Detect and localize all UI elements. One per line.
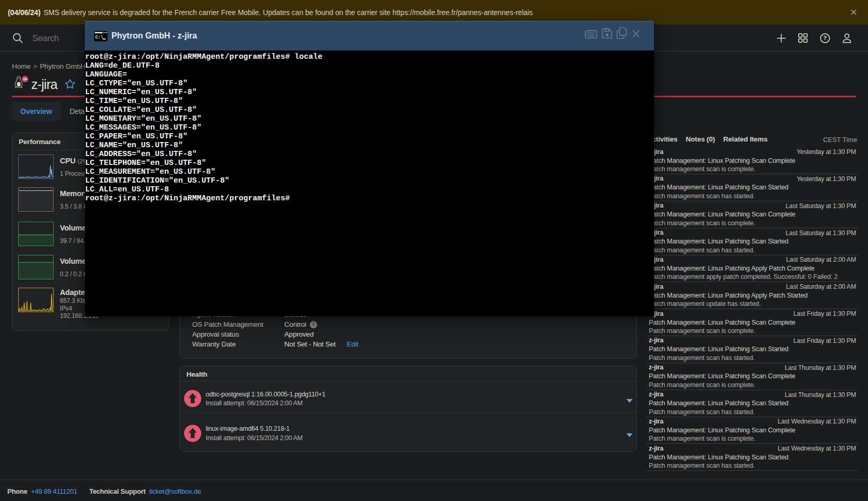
breadcrumb-home[interactable]: Home [12, 62, 31, 70]
activity-entry[interactable]: z-jiraLast Wednesday at 1:30 PMPatch Man… [646, 444, 858, 471]
user-icon[interactable] [842, 33, 851, 43]
field-value: Not Set - Not Set [284, 340, 336, 348]
entry-subtitle: Patch management scan is complete. [649, 381, 756, 389]
activity-entry[interactable]: z-jiraLast Wednesday at 1:30 PMPatch Man… [646, 417, 858, 444]
health-title: Health [186, 370, 207, 378]
save-icon[interactable] [602, 28, 612, 38]
favorite-star-icon[interactable] [65, 79, 76, 89]
metric-name: Memory [60, 189, 88, 198]
phone-link[interactable]: +49 89 4111201 [31, 487, 77, 495]
activity-entry[interactable]: z-jiraLast Saturday at 1:30 PMPatch Mana… [646, 201, 858, 228]
entry-title: Patch Management: Linux Patching Apply P… [649, 292, 808, 299]
breadcrumb-separator: > [33, 62, 37, 70]
entry-time: Last Saturday at 2:00 AM [786, 256, 856, 263]
entry-time: Last Saturday at 2:00 AM [786, 283, 856, 290]
activity-entry[interactable]: z-jiraYesterday at 1:30 PMPatch Manageme… [646, 174, 858, 201]
entry-time: Last Saturday at 1:30 PM [786, 229, 856, 237]
entry-time: Last Friday at 1:30 PM [794, 310, 856, 317]
activity-entry[interactable]: z-jiraLast Friday at 1:30 PMPatch Manage… [646, 336, 858, 363]
breadcrumb: Home>Phytron GmbH [12, 62, 86, 70]
patch-failed-icon [184, 390, 202, 407]
edit-warranty-link[interactable]: Edit [347, 340, 358, 348]
entry-device: z-jira [649, 445, 663, 452]
entry-subtitle: Patch management scan has started. [649, 354, 754, 362]
entry-time: Last Wednesday at 1:30 PM [777, 418, 856, 425]
activity-entry[interactable]: z-jiraLast Saturday at 2:00 AMPatch Mana… [646, 255, 858, 282]
search-icon [12, 33, 23, 43]
info-icon[interactable]: i [310, 321, 317, 328]
entry-title: Patch Management: Linux Patching Scan Co… [649, 372, 795, 380]
sparkline-chart [18, 288, 54, 312]
banner-text: (04/06/24)SMS delivery service is degrad… [8, 8, 533, 17]
sparkline-chart [18, 187, 54, 212]
phone-label: Phone [7, 487, 27, 495]
field-value: Controli [284, 320, 317, 328]
activity-entry[interactable]: z-jiraYesterday at 1:30 PMPatch Manageme… [646, 147, 858, 174]
health-item-title: linux-image-amd64 5.10.218-1 [206, 425, 290, 432]
device-name: z-jira [31, 77, 57, 92]
health-item: odbc-postgresql 1:16.00.0005-1.pgdg110+1… [180, 385, 636, 417]
entry-time: Last Thursday at 1:30 PM [785, 364, 856, 371]
health-item-title: odbc-postgresql 1:16.00.0005-1.pgdg110+1 [206, 391, 325, 398]
entry-title: Patch Management: Linux Patching Scan Co… [649, 319, 795, 326]
field-label: OS Patch Management [192, 320, 263, 328]
health-panel: Health odbc-postgresql 1:16.00.0005-1.pg… [180, 366, 637, 452]
page: (04/06/24)SMS delivery service is degrad… [0, 0, 868, 501]
patch-failed-icon [184, 425, 202, 442]
global-search[interactable]: Search [12, 30, 59, 46]
help-glyph: ? [823, 35, 826, 41]
metric-name: Adapter [60, 288, 87, 297]
field-value: Approved [284, 330, 313, 338]
entry-subtitle: Patch management scan has started. [649, 462, 754, 469]
entry-time: Yesterday at 1:30 PM [797, 175, 856, 183]
terminal-output: root@z-jira:/opt/NinjaRMMAgent/programfi… [85, 50, 654, 203]
remote-terminal-window: C:\ Phytron GmbH - z-jira [85, 21, 654, 316]
keyboard-icon[interactable] [585, 30, 597, 38]
banner-message: SMS delivery service is degraded for the… [44, 8, 533, 17]
entry-title: Patch Management: Linux Patching Scan Co… [649, 427, 795, 434]
expand-caret-icon[interactable] [626, 433, 633, 437]
entry-time: Last Saturday at 1:30 PM [786, 202, 856, 210]
entry-subtitle: Patch management apply patch completed. … [649, 273, 838, 280]
field-label: Approval status [192, 330, 239, 338]
sparkline-chart [18, 222, 54, 246]
activity-entry[interactable]: z-jiraLast Thursday at 1:30 PMPatch Mana… [646, 363, 858, 390]
health-item-subtitle: Install attempt: 06/15/2024 2:00 AM [206, 434, 303, 442]
add-icon[interactable] [777, 34, 786, 43]
entry-device: z-jira [649, 337, 663, 344]
breadcrumb-org[interactable]: Phytron GmbH [40, 62, 85, 70]
panel-header-divider [180, 381, 636, 381]
field-label: Warranty Date [192, 340, 236, 348]
support-email-link[interactable]: ticket@softbox.de [149, 487, 201, 495]
copy-icon[interactable] [617, 27, 627, 39]
activity-entry[interactable]: z-jiraLast Friday at 1:30 PMPatch Manage… [646, 309, 858, 336]
rail-tab-related[interactable]: Related Items [723, 135, 768, 143]
footer-contacts: Phone +49 89 4111201 Technical Support t… [7, 487, 201, 495]
health-item: linux-image-amd64 5.10.218-1Install atte… [180, 420, 636, 452]
entry-time: Yesterday at 1:30 PM [797, 148, 856, 156]
entry-device: z-jira [649, 418, 663, 425]
activity-entry[interactable]: z-jiraLast Saturday at 2:00 AMPatch Mana… [646, 282, 858, 309]
terminal-titlebar[interactable]: C:\ Phytron GmbH - z-jira [85, 21, 654, 50]
entry-title: Patch Management: Linux Patching Apply P… [649, 265, 814, 272]
support-label: Technical Support [89, 487, 145, 495]
entry-title: Patch Management: Linux Patching Scan St… [649, 400, 788, 407]
entry-subtitle: Patch management scan is complete. [649, 435, 756, 442]
metric-sub: IPv4 [60, 305, 72, 312]
entry-title: Patch Management: Linux Patching Scan St… [649, 345, 788, 353]
entry-subtitle: Patch management scan is complete. [649, 220, 756, 227]
banner-close-icon[interactable] [850, 9, 857, 16]
entry-time: Last Friday at 1:30 PM [794, 337, 856, 344]
terminal-screen[interactable]: root@z-jira:/opt/NinjaRMMAgent/programfi… [85, 50, 654, 316]
entry-time: Last Thursday at 1:30 PM [785, 391, 856, 399]
help-icon[interactable]: ? [820, 33, 830, 43]
terminal-close-icon[interactable] [632, 30, 640, 37]
activity-entry[interactable]: z-jiraLast Thursday at 1:30 PMPatch Mana… [646, 390, 858, 417]
entry-subtitle: Patch management scan has started. [649, 247, 754, 254]
activity-entry[interactable]: z-jiraLast Saturday at 1:30 PMPatch Mana… [646, 228, 858, 255]
rail-tab-notes[interactable]: Notes (0) [686, 135, 715, 143]
apps-grid-icon[interactable] [798, 33, 808, 43]
expand-caret-icon[interactable] [626, 399, 633, 403]
tab-overview[interactable]: Overview [12, 102, 60, 121]
sparkline-chart [18, 155, 54, 179]
